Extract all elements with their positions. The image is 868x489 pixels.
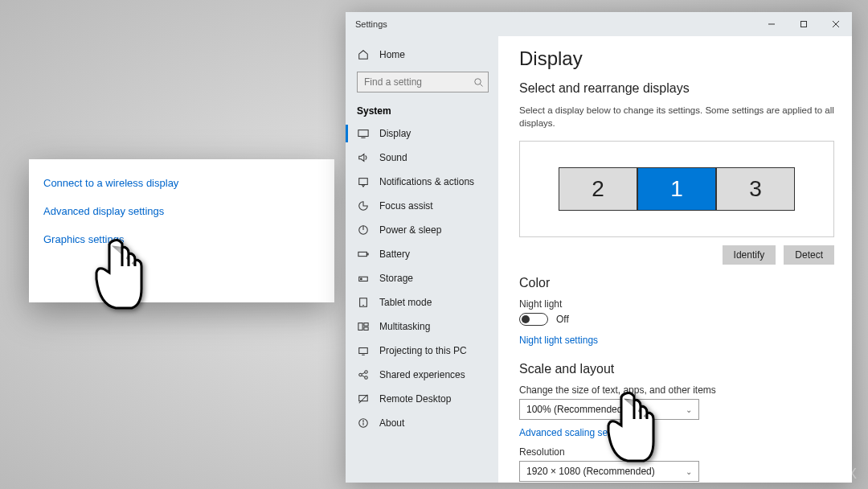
sidebar-item-projecting[interactable]: Projecting to this PC [346, 339, 498, 363]
sidebar-item-label: Home [379, 49, 405, 60]
svg-rect-8 [359, 179, 368, 185]
watermark: UGETFIX [784, 466, 858, 483]
chevron-down-icon: ⌄ [686, 467, 692, 476]
tablet-icon [357, 296, 370, 309]
resolution-value: 1920 × 1080 (Recommended) [526, 466, 655, 477]
display-box-3[interactable]: 3 [716, 167, 795, 211]
sidebar-item-power-sleep[interactable]: Power & sleep [346, 218, 498, 242]
window-controls [755, 12, 852, 36]
resolution-dropdown[interactable]: 1920 × 1080 (Recommended) ⌄ [519, 461, 699, 482]
sidebar-item-label: About [379, 417, 404, 429]
detect-button[interactable]: Detect [784, 245, 834, 265]
sidebar-item-label: Focus assist [379, 200, 433, 212]
settings-window: Settings Home System Display Sound Notif… [346, 12, 852, 483]
resolution-label: Resolution [519, 446, 834, 458]
svg-line-5 [481, 84, 483, 87]
scale-label: Change the size of text, apps, and other… [519, 384, 834, 396]
about-icon [357, 417, 370, 429]
arrange-heading: Select and rearrange displays [519, 81, 834, 96]
color-heading: Color [519, 276, 834, 290]
svg-point-21 [359, 373, 362, 376]
sidebar-item-notifications[interactable]: Notifications & actions [346, 170, 498, 194]
sidebar-item-tablet-mode[interactable]: Tablet mode [346, 290, 498, 314]
svg-line-27 [359, 395, 368, 404]
minimize-button[interactable] [755, 12, 788, 36]
arrange-subtitle: Select a display below to change its set… [519, 104, 834, 129]
svg-line-24 [362, 372, 365, 374]
svg-rect-11 [358, 252, 367, 256]
sidebar-item-label: Notifications & actions [379, 176, 474, 187]
display-related-links-panel: Connect to a wireless display Advanced d… [29, 159, 334, 302]
sidebar-item-label: Display [379, 128, 411, 139]
sidebar-item-about[interactable]: About [346, 411, 498, 435]
sidebar-item-battery[interactable]: Battery [346, 242, 498, 266]
search-icon [474, 76, 484, 91]
maximize-button[interactable] [788, 12, 820, 36]
chevron-down-icon: ⌄ [686, 405, 692, 414]
sidebar-item-display[interactable]: Display [346, 121, 498, 146]
svg-point-14 [361, 278, 362, 280]
identify-button[interactable]: Identify [723, 245, 776, 265]
sidebar-item-label: Storage [379, 273, 413, 284]
power-icon [357, 224, 370, 236]
display-arrange-area[interactable]: 2 1 3 [519, 141, 834, 237]
sidebar-item-label: Remote Desktop [379, 393, 451, 405]
svg-rect-1 [801, 22, 807, 27]
display-box-2[interactable]: 2 [559, 167, 637, 211]
night-light-toggle[interactable] [519, 313, 548, 326]
sidebar-item-storage[interactable]: Storage [346, 266, 498, 290]
sidebar-item-label: Shared experiences [379, 369, 465, 380]
shared-icon [357, 368, 370, 381]
svg-rect-6 [358, 130, 368, 137]
page-title: Display [519, 47, 834, 70]
sidebar-item-multitasking[interactable]: Multitasking [346, 314, 498, 339]
notifications-icon [357, 175, 370, 188]
link-advanced-display-settings[interactable]: Advanced display settings [43, 205, 320, 217]
svg-point-22 [365, 371, 368, 374]
svg-rect-20 [359, 348, 368, 354]
storage-icon [357, 272, 370, 285]
scale-dropdown[interactable]: 100% (Recommended) ⌄ [519, 399, 699, 420]
link-graphics-settings[interactable]: Graphics settings [43, 233, 320, 245]
svg-rect-18 [364, 323, 368, 327]
svg-point-4 [475, 79, 481, 85]
sidebar-item-label: Battery [379, 249, 410, 260]
battery-icon [357, 248, 370, 261]
sidebar-heading: System [346, 105, 498, 117]
svg-point-23 [365, 376, 368, 380]
night-light-settings-link[interactable]: Night light settings [519, 335, 598, 346]
sound-icon [357, 151, 370, 164]
sidebar-item-remote-desktop[interactable]: Remote Desktop [346, 387, 498, 411]
sidebar-item-sound[interactable]: Sound [346, 146, 498, 170]
link-wireless-display[interactable]: Connect to a wireless display [43, 177, 320, 189]
night-light-state: Off [556, 314, 569, 325]
remote-desktop-icon [357, 392, 370, 405]
home-icon [357, 48, 370, 61]
sidebar-item-label: Multitasking [379, 321, 430, 332]
sidebar-item-label: Tablet mode [379, 297, 432, 308]
sidebar-item-label: Projecting to this PC [379, 345, 467, 356]
svg-line-25 [362, 376, 365, 377]
multitasking-icon [357, 320, 370, 333]
sidebar-item-focus-assist[interactable]: Focus assist [346, 194, 498, 218]
search-input[interactable] [357, 72, 489, 92]
svg-point-30 [363, 421, 364, 421]
sidebar-item-label: Power & sleep [379, 224, 441, 236]
scale-value: 100% (Recommended) [526, 404, 625, 415]
svg-rect-19 [364, 327, 368, 331]
focus-assist-icon [357, 199, 370, 212]
sidebar-item-shared-experiences[interactable]: Shared experiences [346, 363, 498, 387]
sidebar-item-home[interactable]: Home [346, 43, 498, 67]
advanced-scaling-link[interactable]: Advanced scaling settings [519, 427, 631, 438]
svg-rect-17 [358, 323, 362, 331]
close-button[interactable] [820, 12, 852, 36]
night-light-label: Night light [519, 298, 834, 310]
window-title: Settings [355, 19, 387, 29]
titlebar: Settings [346, 12, 852, 36]
scale-heading: Scale and layout [519, 362, 834, 376]
sidebar-item-label: Sound [379, 152, 407, 163]
display-box-1[interactable]: 1 [637, 167, 716, 211]
svg-rect-12 [366, 253, 368, 255]
sidebar: Home System Display Sound Notifications … [346, 36, 498, 483]
display-icon [357, 127, 370, 140]
